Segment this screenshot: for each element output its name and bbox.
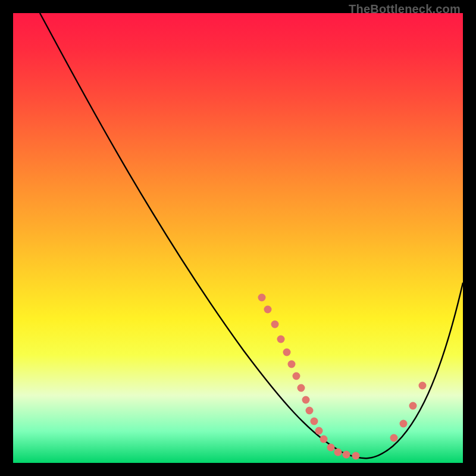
scatter-dot [409, 402, 417, 410]
scatter-dot [283, 349, 291, 356]
scatter-dots [258, 294, 427, 460]
bottleneck-curve [40, 13, 463, 458]
scatter-dot [271, 321, 279, 328]
scatter-dot [315, 427, 323, 435]
scatter-dot [400, 420, 408, 428]
scatter-dot [258, 294, 266, 302]
scatter-dot [306, 407, 314, 415]
scatter-dot [327, 444, 335, 452]
scatter-dot [334, 449, 342, 456]
scatter-dot [390, 434, 398, 442]
scatter-dot [288, 361, 296, 368]
scatter-dot [293, 372, 300, 380]
scatter-dot [264, 306, 272, 314]
scatter-dot [419, 382, 427, 390]
scatter-dot [302, 396, 310, 404]
scatter-dot [320, 436, 328, 443]
scatter-dot [352, 452, 360, 460]
scatter-dot [311, 418, 318, 425]
scatter-dot [298, 384, 305, 392]
scatter-dot [343, 451, 350, 459]
scatter-dot [277, 336, 285, 343]
chart-svg [0, 0, 476, 476]
